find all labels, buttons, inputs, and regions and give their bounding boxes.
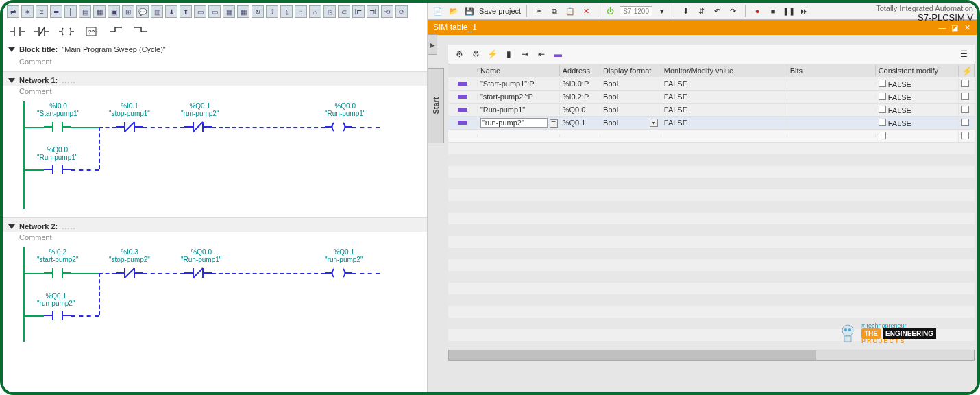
tool-icon[interactable]: │	[64, 5, 77, 18]
save-icon[interactable]: 💾	[463, 5, 476, 17]
col-format[interactable]: Display format	[600, 65, 661, 76]
network-header[interactable]: Network 1: .....	[3, 71, 427, 86]
chevron-down-icon[interactable]: ▾	[650, 119, 658, 127]
paste-icon[interactable]: 📋	[564, 5, 576, 17]
expand-left-icon[interactable]: ▶	[428, 34, 437, 55]
branch-open-icon[interactable]	[107, 25, 125, 38]
device-select[interactable]: S7-1200	[620, 6, 652, 16]
checkbox[interactable]	[961, 93, 969, 100]
col-monitor[interactable]: Monitor/Modify value	[661, 65, 787, 76]
checkbox[interactable]	[961, 80, 969, 87]
tool-icon[interactable]: ⬇	[165, 5, 177, 18]
picker-icon[interactable]: ☰	[550, 119, 558, 128]
coil[interactable]	[325, 267, 352, 280]
contact-nc[interactable]	[184, 267, 212, 280]
table-row[interactable]: "Start-pump1":P %I0.0:P Bool FALSE FALSE	[448, 77, 975, 91]
contact-nc[interactable]	[184, 121, 212, 134]
tool-icon[interactable]: 💬	[136, 5, 149, 18]
checkbox[interactable]	[879, 132, 886, 139]
checkbox[interactable]	[961, 106, 969, 113]
close-icon[interactable]: ✕	[962, 23, 972, 32]
minimize-icon[interactable]: —	[938, 23, 947, 32]
tool-icon[interactable]: I⊏	[352, 5, 365, 18]
power-icon[interactable]: ⏻	[604, 5, 616, 17]
checkbox[interactable]	[879, 106, 886, 113]
ladder-network-1[interactable]: %I0.0"Start-pump1" %I0.1"stop-pump1" %Q0…	[3, 97, 427, 213]
collapse-icon[interactable]	[8, 47, 15, 52]
tool-icon[interactable]: ≣	[50, 5, 62, 18]
network-comment[interactable]: Comment	[3, 232, 427, 243]
collapse-icon[interactable]	[8, 224, 15, 229]
undo-icon[interactable]: ↶	[711, 5, 724, 17]
save-project-button[interactable]: Save project	[479, 7, 521, 15]
tool-icon[interactable]: ▥	[151, 5, 163, 18]
checkbox[interactable]	[879, 80, 886, 87]
contact-no[interactable]	[44, 164, 71, 176]
network-header[interactable]: Network 2: .....	[3, 217, 427, 232]
contact-no[interactable]	[44, 121, 71, 134]
col-address[interactable]: Address	[560, 65, 600, 76]
tool-icon[interactable]: ▦	[237, 5, 249, 18]
stop-icon[interactable]: ■	[767, 5, 779, 17]
maximize-icon[interactable]: ◪	[950, 23, 959, 32]
tool-icon[interactable]: ⌂	[295, 5, 307, 18]
chevron-down-icon[interactable]: ▾	[656, 5, 668, 17]
tool-icon[interactable]: ⌂	[309, 5, 321, 18]
tool-icon[interactable]: ⇄	[7, 5, 19, 18]
checkbox[interactable]	[879, 93, 886, 100]
compare-icon[interactable]: ⇵	[696, 5, 708, 17]
branch-close-icon[interactable]	[132, 25, 149, 38]
cut-icon[interactable]: ✂	[532, 5, 545, 17]
tool-icon[interactable]: ✶	[21, 5, 34, 18]
tool-icon[interactable]: ⊐I	[367, 5, 379, 18]
tool-icon[interactable]: ⤴	[266, 5, 278, 18]
table-row[interactable]: "Run-pump1" %Q0.0 Bool FALSE FALSE	[448, 104, 975, 117]
ladder-network-2[interactable]: %I0.2"start-pump2" %I0.3"stop-pump2" %Q0…	[3, 243, 427, 346]
delete-icon[interactable]: ✕	[580, 5, 592, 17]
coil-icon[interactable]	[58, 25, 75, 38]
open-icon[interactable]: 📂	[448, 5, 460, 17]
col-consistent[interactable]: Consistent modify	[876, 65, 959, 76]
tool-icon[interactable]: ⬆	[180, 5, 192, 18]
new-icon[interactable]: 📄	[432, 5, 444, 17]
tool-icon[interactable]: ⊂	[338, 5, 350, 18]
start-side-tab[interactable]: Start	[428, 68, 444, 143]
sim-tab-title[interactable]: SIM table_1	[433, 23, 477, 32]
tool-icon[interactable]: ▤	[79, 5, 91, 18]
step-icon[interactable]: ⏭	[798, 5, 811, 17]
contact-no[interactable]	[44, 267, 71, 280]
tool-icon[interactable]: ⎘	[323, 5, 336, 18]
pause-icon[interactable]: ❚❚	[783, 5, 795, 17]
contact-no-icon[interactable]	[8, 25, 26, 38]
gear-icon[interactable]: ⚙	[452, 47, 466, 61]
tool-icon[interactable]: ▭	[208, 5, 221, 18]
copy-icon[interactable]: ⧉	[548, 5, 561, 17]
collapse-icon[interactable]	[8, 78, 15, 83]
tag-icon[interactable]: ▬	[551, 47, 565, 61]
box-icon[interactable]: ??	[82, 25, 100, 38]
table-row[interactable]: "run-pump2"☰ %Q0.1 Bool▾ FALSE FALSE	[448, 117, 975, 130]
checkbox[interactable]	[879, 119, 886, 126]
table-row[interactable]: "start-pump2":P %I0.2:P Bool FALSE FALSE	[448, 91, 975, 104]
col-name[interactable]: Name	[478, 65, 560, 76]
import-icon[interactable]: ⇤	[535, 47, 548, 61]
gear-icon[interactable]: ⚙	[469, 47, 482, 61]
checkbox[interactable]	[961, 119, 969, 126]
tool-icon[interactable]: ⟲	[381, 5, 393, 18]
block-comment[interactable]: Comment	[3, 56, 427, 67]
tool-icon[interactable]: ▦	[223, 5, 235, 18]
tool-icon[interactable]: ▣	[108, 5, 120, 18]
tool-icon[interactable]: ≡	[36, 5, 48, 18]
horizontal-scrollbar[interactable]	[448, 350, 975, 361]
tool-icon[interactable]: ▮	[502, 47, 515, 61]
export-icon[interactable]: ⇥	[518, 47, 532, 61]
tool-icon[interactable]: ⊞	[122, 5, 134, 18]
coil[interactable]	[325, 121, 352, 134]
contact-nc-icon[interactable]	[33, 25, 51, 38]
options-icon[interactable]: ☰	[957, 47, 970, 61]
checkbox[interactable]	[961, 132, 969, 139]
network-comment[interactable]: Comment	[3, 86, 427, 97]
col-bits[interactable]: Bits	[787, 65, 876, 76]
contact-no[interactable]	[44, 310, 71, 322]
lightning-icon[interactable]: ⚡	[961, 66, 972, 76]
